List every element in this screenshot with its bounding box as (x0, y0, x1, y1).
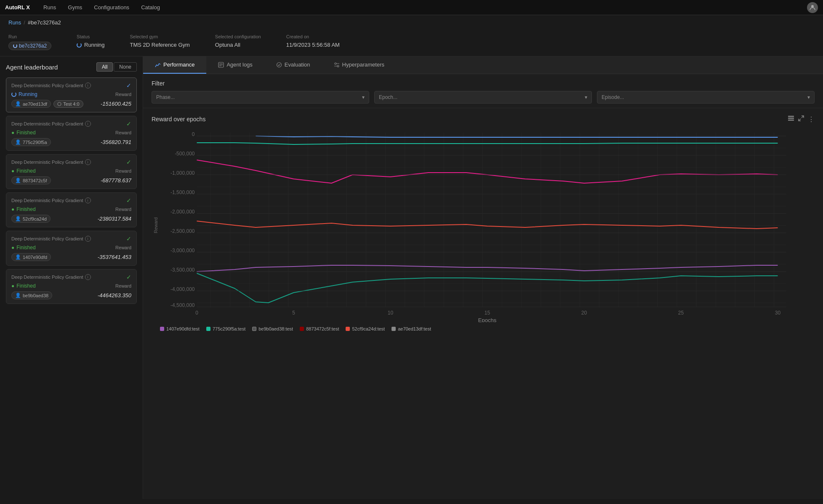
agent-card-2-reward-label: Reward (115, 168, 131, 173)
finished-icon-2: ● (11, 168, 14, 174)
sidebar-title: Agent leaderboard (6, 64, 58, 71)
agent-card-3[interactable]: Deep Deterministic Policy Gradient i ✓ ●… (6, 192, 137, 227)
legend-color-2 (252, 327, 256, 331)
run-info-gym: Selected gym TMS 2D Reference Gym (130, 34, 190, 50)
svg-text:-2,500,000: -2,500,000 (170, 228, 195, 234)
svg-text:Epochs: Epochs (478, 317, 497, 322)
sidebar-header: Agent leaderboard All None (6, 62, 137, 72)
chart-icon (155, 62, 161, 68)
user-avatar[interactable] (807, 2, 818, 13)
agent-card-0[interactable]: Deep Deterministic Policy Gradient i ✓ R… (6, 77, 137, 112)
agent-card-3-header: Deep Deterministic Policy Gradient i ✓ (11, 197, 131, 204)
agent-card-4-status: ● Finished (11, 245, 36, 251)
none-button[interactable]: None (114, 62, 137, 72)
status-spin-icon (77, 43, 82, 48)
agent-card-5-bottom: 👤 be9b0aed38 -4464263.350 (11, 291, 131, 299)
config-value: Optuna All (215, 42, 261, 48)
chart-legend: 1407e90dfd:test 775c290f5a:test be9b0aed… (152, 322, 815, 336)
chevron-down-icon-epoch: ▾ (585, 94, 587, 100)
agent-card-5-status-row: ● Finished Reward (11, 283, 131, 289)
person-icon-3: 👤 (15, 216, 21, 221)
agent-card-1[interactable]: Deep Deterministic Policy Gradient i ✓ ●… (6, 116, 137, 151)
agent-card-2-check: ✓ (126, 159, 131, 165)
chevron-down-icon-episode: ▾ (807, 94, 810, 100)
legend-color-5 (392, 327, 396, 331)
info-icon-0[interactable]: i (85, 83, 91, 88)
agent-card-4[interactable]: Deep Deterministic Policy Gradient i ✓ ●… (6, 231, 137, 266)
main-layout: Agent leaderboard All None Deep Determin… (0, 56, 823, 499)
agent-card-2[interactable]: Deep Deterministic Policy Gradient i ✓ ●… (6, 154, 137, 189)
legend-item-4: 52cf9ca24d:test (346, 326, 385, 331)
tab-agent-logs[interactable]: Agent logs (206, 56, 264, 74)
finished-icon-4: ● (11, 245, 14, 251)
chart-header: Reward over epochs ⋮ (152, 115, 815, 123)
run-info-status: Status Running (77, 34, 104, 50)
config-label: Selected configuration (215, 34, 261, 39)
agent-card-0-bottom: 👤 ae70ed13df Test 4:0 -151600.425 (11, 100, 131, 108)
expand-icon[interactable] (798, 115, 804, 123)
agent-id-badge-1: 👤 775c290f5a (11, 138, 51, 146)
tab-bar: Performance Agent logs Evaluation Hyperp… (143, 56, 823, 74)
filter-title: Filter (152, 80, 815, 87)
status-value: Running (84, 42, 104, 48)
agent-card-5-status: ● Finished (11, 283, 36, 289)
agent-card-5-reward-value: -4464263.350 (98, 292, 131, 299)
agent-card-0-status-row: Running Reward (11, 91, 131, 97)
agent-card-1-status-row: ● Finished Reward (11, 130, 131, 136)
svg-rect-16 (197, 133, 786, 307)
gym-value: TMS 2D Reference Gym (130, 42, 190, 48)
finished-icon-5: ● (11, 283, 14, 289)
info-icon-1[interactable]: i (85, 121, 91, 127)
agent-leaderboard-sidebar: Agent leaderboard All None Deep Determin… (0, 56, 143, 499)
info-icon-2[interactable]: i (85, 159, 91, 165)
agent-card-5-header: Deep Deterministic Policy Gradient i ✓ (11, 274, 131, 280)
phase-dropdown[interactable]: Phase... ▾ (152, 91, 369, 104)
agent-id-badge-2: 👤 8873472c5f (11, 176, 51, 184)
run-label: Run (8, 34, 51, 39)
svg-rect-12 (788, 118, 794, 119)
content-area: Performance Agent logs Evaluation Hyperp… (143, 56, 823, 499)
nav-catalog[interactable]: Catalog (136, 3, 165, 12)
agent-card-1-reward-value: -356820.791 (101, 139, 131, 145)
tab-performance[interactable]: Performance (143, 56, 206, 74)
agent-card-1-algo: Deep Deterministic Policy Gradient i (11, 121, 91, 127)
person-icon-5: 👤 (15, 293, 21, 298)
tab-evaluation[interactable]: Evaluation (264, 56, 322, 74)
agent-card-0-check: ✓ (126, 82, 131, 89)
all-button[interactable]: All (96, 62, 113, 72)
table-view-icon[interactable] (788, 115, 794, 123)
test-badge-0: Test 4:0 (53, 100, 83, 108)
svg-text:-1,500,000: -1,500,000 (170, 189, 195, 195)
finished-icon-1: ● (11, 130, 14, 136)
y-axis-label: Reward (152, 128, 160, 322)
info-icon-5[interactable]: i (85, 274, 91, 280)
svg-point-1 (58, 102, 61, 106)
run-info-id: Run be7c3276a2 (8, 34, 51, 50)
breadcrumb-runs-link[interactable]: Runs (8, 19, 21, 26)
agent-card-4-check: ✓ (126, 235, 131, 242)
agent-card-5-reward-label: Reward (115, 283, 131, 288)
agent-card-0-algo: Deep Deterministic Policy Gradient i (11, 83, 91, 88)
eval-icon (276, 62, 282, 68)
agent-card-5-check: ✓ (126, 274, 131, 280)
status-running-display: Running (77, 42, 104, 48)
nav-runs[interactable]: Runs (38, 3, 61, 12)
agent-card-4-header: Deep Deterministic Policy Gradient i ✓ (11, 235, 131, 242)
info-icon-4[interactable]: i (85, 236, 91, 242)
svg-point-8 (337, 65, 339, 67)
agent-card-5[interactable]: Deep Deterministic Policy Gradient i ✓ ●… (6, 269, 137, 304)
filter-dropdowns: Phase... ▾ Epoch... ▾ Episode... ▾ (152, 91, 815, 104)
svg-text:0: 0 (195, 310, 198, 316)
epoch-dropdown[interactable]: Epoch... ▾ (374, 91, 592, 104)
episode-dropdown[interactable]: Episode... ▾ (597, 91, 815, 104)
nav-gyms[interactable]: Gyms (63, 3, 87, 12)
created-label: Created on (286, 34, 340, 39)
info-icon-3[interactable]: i (85, 197, 91, 203)
agent-card-2-algo: Deep Deterministic Policy Gradient i (11, 159, 91, 165)
agent-card-5-algo: Deep Deterministic Policy Gradient i (11, 274, 91, 280)
agent-card-1-status: ● Finished (11, 130, 36, 136)
more-options-icon[interactable]: ⋮ (808, 115, 815, 123)
agent-card-2-bottom: 👤 8873472c5f -687778.637 (11, 176, 131, 184)
nav-configurations[interactable]: Configurations (89, 3, 134, 12)
tab-hyperparameters[interactable]: Hyperparameters (322, 56, 396, 74)
